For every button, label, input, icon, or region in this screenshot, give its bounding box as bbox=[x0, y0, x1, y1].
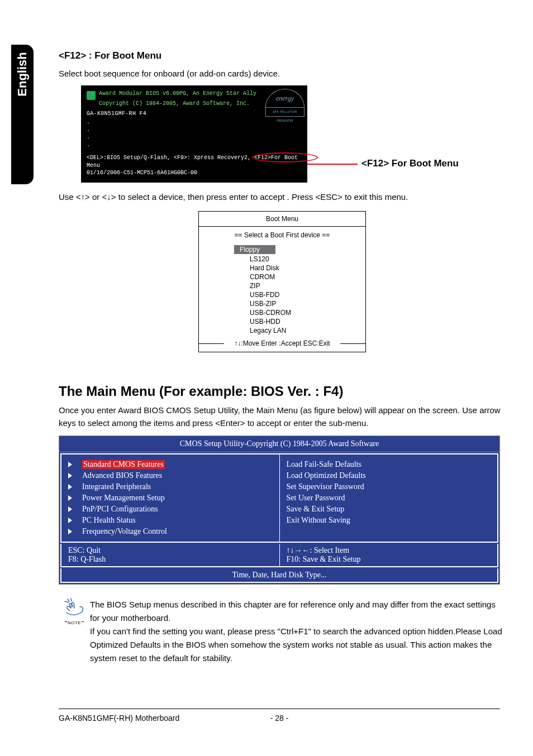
post-screen: Award Modular BIOS v6.00PG, An Energy St… bbox=[81, 85, 307, 183]
boot-menu-box: Boot Menu == Select a Boot First device … bbox=[198, 211, 366, 352]
cmos-item-standard[interactable]: Standard CMOS Features bbox=[68, 459, 273, 470]
main-menu-desc: Once you enter Award BIOS CMOS Setup Uti… bbox=[59, 404, 506, 430]
boot-select-label: == Select a Boot First device == bbox=[199, 227, 365, 242]
boot-instruction: Use <↑> or <↓> to select a device, then … bbox=[59, 190, 506, 203]
language-tab: English bbox=[11, 45, 34, 184]
triangle-icon bbox=[68, 529, 72, 534]
cmos-key-esc: ESC: Quit bbox=[68, 546, 273, 555]
boot-hints-wrap: ↑↓:Move Enter :Accept ESC:Exit bbox=[199, 338, 365, 348]
cmos-setup-utility: CMOS Setup Utility-Copyright (C) 1984-20… bbox=[59, 436, 500, 585]
post-dot: . bbox=[87, 126, 302, 134]
triangle-icon bbox=[68, 506, 72, 512]
boot-item-label: USB-HDD bbox=[250, 318, 280, 326]
boot-item-zip[interactable]: ZIP bbox=[232, 281, 332, 290]
cmos-item-supervisor[interactable]: Set Supervisor Password bbox=[287, 481, 491, 492]
post-key-hints: <DEL>:BIOS Setup/Q-Flash, <F9>: Xpress R… bbox=[87, 154, 302, 169]
page-footer: GA-K8N51GMF(-RH) Motherboard - 28 - bbox=[59, 709, 500, 722]
boot-item-usbcdrom[interactable]: USB-CDROM bbox=[232, 308, 332, 317]
footer-page-number: - 28 - bbox=[257, 714, 302, 722]
hint-line bbox=[340, 343, 366, 344]
triangle-icon bbox=[68, 518, 72, 523]
award-logo-icon bbox=[87, 91, 96, 100]
cmos-item-label: Load Fail-Safe Defaults bbox=[287, 460, 362, 468]
boot-item-label: USB-FDD bbox=[250, 291, 279, 299]
boot-item-label: USB-CDROM bbox=[250, 309, 291, 317]
cmos-key-hints: ESC: Quit F8: Q-Flash ↑↓→←: Select Item … bbox=[60, 544, 498, 567]
post-screenshot: Award Modular BIOS v6.00PG, An Energy St… bbox=[81, 85, 506, 183]
boot-item-ls120[interactable]: LS120 bbox=[232, 255, 332, 264]
cmos-body: Standard CMOS Features Advanced BIOS Fea… bbox=[60, 453, 498, 543]
cmos-key-f8: F8: Q-Flash bbox=[68, 555, 273, 564]
cmos-item-label: Set Supervisor Password bbox=[287, 482, 364, 491]
section-heading-f12: <F12> : For Boot Menu bbox=[59, 50, 506, 61]
page-content: <F12> : For Boot Menu Select boot sequen… bbox=[59, 50, 506, 665]
cmos-item-label: PnP/PCI Configurations bbox=[82, 505, 158, 513]
triangle-icon bbox=[68, 495, 72, 501]
boot-menu-title: Boot Menu bbox=[199, 212, 365, 226]
cmos-item-freq[interactable]: Frequency/Voltage Control bbox=[68, 526, 273, 537]
cmos-left-col: Standard CMOS Features Advanced BIOS Fea… bbox=[61, 454, 280, 542]
energy-star-sub: EPA POLLUTION PREVENTER bbox=[265, 108, 304, 117]
cmos-item-exitnosave[interactable]: Exit Without Saving bbox=[287, 515, 491, 526]
post-dot: . bbox=[87, 141, 302, 149]
cmos-item-label: Standard CMOS Features bbox=[82, 460, 165, 469]
boot-item-usbfdd[interactable]: USB-FDD bbox=[232, 290, 332, 299]
cmos-key-f10: F10: Save & Exit Setup bbox=[287, 555, 491, 564]
cmos-item-health[interactable]: PC Health Status bbox=[68, 515, 273, 526]
footer-left: GA-K8N51GMF(-RH) Motherboard bbox=[59, 714, 257, 722]
main-menu-heading: The Main Menu (For example: BIOS Ver. : … bbox=[59, 384, 506, 399]
boot-item-legacylan[interactable]: Legacy LAN bbox=[232, 326, 332, 335]
footer-right bbox=[302, 714, 500, 722]
note-icon-wrap: NOTE bbox=[59, 598, 90, 665]
post-keys-prefix: <DEL>:BIOS Setup/Q-Flash, <F9>: Xpress R… bbox=[87, 155, 254, 161]
boot-item-harddisk[interactable]: Hard Disk bbox=[232, 264, 332, 272]
boot-item-label: USB-ZIP bbox=[250, 300, 276, 308]
cmos-key-arrows: ↑↓→←: Select Item bbox=[287, 546, 491, 555]
cmos-hint: Time, Date, Hard Disk Type... bbox=[60, 568, 498, 583]
cmos-item-failsafe[interactable]: Load Fail-Safe Defaults bbox=[287, 459, 491, 470]
boot-item-usbhdd[interactable]: USB-HDD bbox=[232, 317, 332, 326]
energy-star-badge: energy EPA POLLUTION PREVENTER bbox=[265, 89, 304, 119]
cmos-item-label: Power Management Setup bbox=[82, 494, 165, 502]
cmos-keys-right: ↑↓→←: Select Item F10: Save & Exit Setup bbox=[280, 544, 498, 566]
boot-item-floppy[interactable]: Floppy bbox=[232, 245, 332, 255]
cmos-item-saveexit[interactable]: Save & Exit Setup bbox=[287, 504, 491, 515]
cmos-item-label: Frequency/Voltage Control bbox=[82, 527, 167, 535]
note-hand-icon bbox=[63, 609, 85, 619]
section-desc-f12: Select boot sequence for onboard (or add… bbox=[59, 67, 506, 80]
cmos-item-pnp[interactable]: PnP/PCI Configurations bbox=[68, 504, 273, 515]
note-label: NOTE bbox=[59, 620, 90, 625]
cmos-right-col: Load Fail-Safe Defaults Load Optimized D… bbox=[280, 454, 498, 542]
post-dot: . bbox=[87, 118, 302, 126]
post-date-line: 01/16/2006-C51-MCP51-6A61HG0BC-00 bbox=[87, 169, 302, 177]
cmos-item-label: Advanced BIOS Features bbox=[82, 471, 162, 480]
boot-item-label: ZIP bbox=[250, 282, 260, 290]
cmos-item-label: Load Optimized Defaults bbox=[287, 471, 366, 480]
cmos-item-userpw[interactable]: Set User Password bbox=[287, 492, 491, 504]
cmos-item-peripherals[interactable]: Integrated Peripherals bbox=[68, 481, 273, 492]
boot-item-usbzip[interactable]: USB-ZIP bbox=[232, 299, 332, 308]
boot-item-cdrom[interactable]: CDROM bbox=[232, 272, 332, 281]
triangle-icon bbox=[68, 484, 72, 490]
boot-item-label: LS120 bbox=[250, 255, 269, 263]
cmos-item-power[interactable]: Power Management Setup bbox=[68, 492, 273, 504]
language-tab-label: English bbox=[15, 52, 30, 96]
cmos-keys-left: ESC: Quit F8: Q-Flash bbox=[61, 544, 280, 566]
post-dot: . bbox=[87, 133, 302, 141]
cmos-item-label: Integrated Peripherals bbox=[82, 482, 151, 491]
cmos-item-label: PC Health Status bbox=[82, 516, 136, 524]
boot-device-list[interactable]: Floppy LS120 Hard Disk CDROM ZIP USB-FDD… bbox=[232, 245, 332, 335]
cmos-item-advanced[interactable]: Advanced BIOS Features bbox=[68, 470, 273, 481]
triangle-icon bbox=[68, 462, 72, 467]
post-line1: Award Modular BIOS v6.00PG, An Energy St… bbox=[99, 90, 256, 100]
triangle-icon bbox=[68, 473, 72, 479]
cmos-title: CMOS Setup Utility-Copyright (C) 1984-20… bbox=[59, 436, 499, 452]
note-text: The BIOS Setup menus described in this c… bbox=[90, 598, 506, 665]
boot-item-label: Floppy bbox=[234, 245, 275, 254]
boot-item-label: Legacy LAN bbox=[250, 327, 286, 334]
cmos-item-optimized[interactable]: Load Optimized Defaults bbox=[287, 470, 491, 481]
cmos-item-label: Save & Exit Setup bbox=[287, 505, 345, 513]
callout-label: <F12> For Boot Menu bbox=[361, 158, 459, 169]
boot-item-label: CDROM bbox=[250, 273, 275, 281]
note-block: NOTE The BIOS Setup menus described in t… bbox=[59, 598, 506, 665]
